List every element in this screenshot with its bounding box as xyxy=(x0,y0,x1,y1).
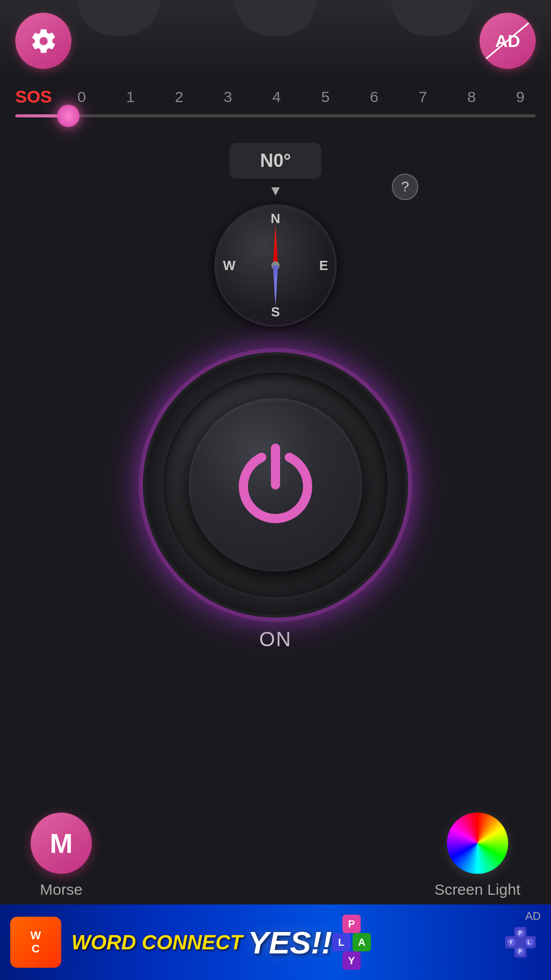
ad-yes-text: YES!! xyxy=(248,924,332,961)
settings-button[interactable] xyxy=(15,13,71,69)
play-row-2: L A xyxy=(332,933,371,951)
slider-num-3: 3 xyxy=(218,88,238,106)
bump-left xyxy=(78,0,160,36)
slider-num-9: 9 xyxy=(510,88,531,106)
power-button[interactable] xyxy=(189,398,362,572)
compass-west-label: W xyxy=(223,258,236,274)
play-letter-y: Y xyxy=(342,951,361,970)
needle-north xyxy=(273,225,278,265)
compass-help-button[interactable]: ? xyxy=(392,174,418,200)
compass-rose[interactable]: N S E W xyxy=(214,204,337,327)
svg-text:L: L xyxy=(528,940,531,945)
compass-arrow-down-icon: ▼ xyxy=(268,183,283,199)
play-letter-a: A xyxy=(353,933,371,951)
power-icon xyxy=(230,439,321,531)
compass-south-label: S xyxy=(271,304,280,320)
slider-num-8: 8 xyxy=(461,88,482,106)
ad-game-icon-text: WC xyxy=(31,929,41,956)
morse-button-container: M Morse xyxy=(31,813,92,898)
slider-track-container[interactable] xyxy=(10,109,541,122)
morse-text-label: Morse xyxy=(40,881,82,898)
ad-play-letters: P L A Y xyxy=(332,915,371,970)
slider-labels: SOS 0 1 2 3 4 5 6 7 8 9 xyxy=(10,87,541,107)
slider-num-4: 4 xyxy=(266,88,287,106)
bottom-buttons: M Morse Screen Light xyxy=(0,813,551,898)
power-section: ON xyxy=(0,352,551,651)
screen-light-button[interactable] xyxy=(447,813,508,874)
slider-num-5: 5 xyxy=(315,88,336,106)
sos-label: SOS xyxy=(15,87,66,107)
slider-section: SOS 0 1 2 3 4 5 6 7 8 9 xyxy=(0,82,551,128)
svg-text:P: P xyxy=(518,949,522,954)
ad-button-label: AD xyxy=(495,31,520,51)
ad-joystick-icon: P P Y L xyxy=(500,922,541,963)
slider-thumb[interactable] xyxy=(57,105,80,127)
play-letter-l: L xyxy=(332,933,350,951)
play-letter-p: P xyxy=(342,915,361,933)
ad-banner[interactable]: WC WORD CONNECT YES!! P L A Y xyxy=(0,904,551,980)
power-middle-ring xyxy=(163,373,388,597)
svg-text:P: P xyxy=(518,930,522,936)
play-row-1: P xyxy=(342,915,361,933)
slider-track xyxy=(15,114,536,117)
slider-num-6: 6 xyxy=(364,88,384,106)
gear-icon xyxy=(30,27,58,55)
needle-south xyxy=(273,265,278,306)
play-row-3: Y xyxy=(342,951,361,970)
ad-title: WORD CONNECT xyxy=(71,931,243,954)
slider-num-0: 0 xyxy=(71,88,92,106)
ad-badge: AD xyxy=(525,910,541,923)
header: AD xyxy=(0,0,551,82)
slider-num-2: 2 xyxy=(169,88,189,106)
ad-content: WORD CONNECT YES!! P L A Y xyxy=(71,915,500,970)
slider-numbers: 0 1 2 3 4 5 6 7 8 9 xyxy=(66,88,536,106)
power-status-label: ON xyxy=(259,628,292,651)
slider-num-7: 7 xyxy=(413,88,433,106)
compass-heading-display: N0° xyxy=(230,143,321,179)
compass-east-label: E xyxy=(319,258,328,274)
ad-button[interactable]: AD xyxy=(480,13,536,69)
ad-game-icon: WC xyxy=(10,917,61,968)
power-outer-ring xyxy=(143,352,408,618)
svg-text:Y: Y xyxy=(509,940,513,945)
slider-num-1: 1 xyxy=(120,88,141,106)
bump-right xyxy=(391,0,473,36)
screen-light-text-label: Screen Light xyxy=(435,881,520,898)
compass-section: N0° ▼ ? N S E W xyxy=(0,143,551,327)
screen-light-container: Screen Light xyxy=(435,813,520,898)
morse-letter-label: M xyxy=(50,827,73,859)
ad-joystick-area: P P Y L xyxy=(500,922,541,963)
morse-button[interactable]: M xyxy=(31,813,92,874)
bump-center xyxy=(235,0,316,36)
compass-north-label: N xyxy=(271,211,281,227)
top-bumps xyxy=(0,0,551,36)
